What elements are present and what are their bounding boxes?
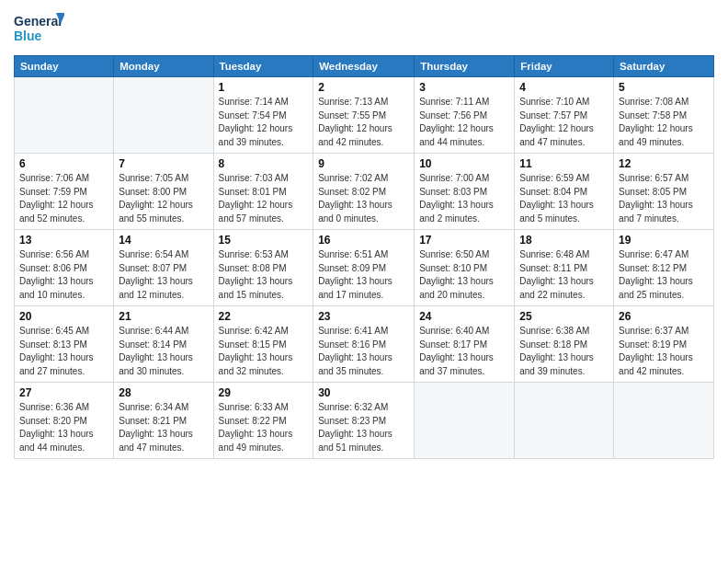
day-detail: Sunrise: 6:34 AM Sunset: 8:21 PM Dayligh… [119, 401, 208, 454]
day-detail: Sunrise: 7:00 AM Sunset: 8:03 PM Dayligh… [419, 172, 509, 225]
day-detail: Sunrise: 6:32 AM Sunset: 8:23 PM Dayligh… [318, 401, 409, 454]
day-detail: Sunrise: 6:33 AM Sunset: 8:22 PM Dayligh… [219, 401, 309, 454]
day-detail: Sunrise: 6:53 AM Sunset: 8:08 PM Dayligh… [219, 248, 309, 302]
week-row-4: 20Sunrise: 6:45 AM Sunset: 8:13 PM Dayli… [15, 306, 714, 383]
day-cell: 6Sunrise: 7:06 AM Sunset: 7:59 PM Daylig… [15, 154, 114, 230]
day-detail: Sunrise: 6:54 AM Sunset: 8:07 PM Dayligh… [119, 248, 208, 302]
day-cell: 16Sunrise: 6:51 AM Sunset: 8:09 PM Dayli… [313, 230, 415, 306]
day-cell: 25Sunrise: 6:38 AM Sunset: 8:18 PM Dayli… [515, 306, 614, 383]
day-detail: Sunrise: 7:11 AM Sunset: 7:56 PM Dayligh… [419, 96, 509, 149]
svg-text:General: General [14, 14, 62, 29]
day-cell: 24Sunrise: 6:40 AM Sunset: 8:17 PM Dayli… [415, 306, 515, 383]
day-number: 7 [119, 157, 208, 170]
week-row-5: 27Sunrise: 6:36 AM Sunset: 8:20 PM Dayli… [15, 383, 714, 459]
day-detail: Sunrise: 6:40 AM Sunset: 8:17 PM Dayligh… [419, 325, 509, 378]
day-cell: 13Sunrise: 6:56 AM Sunset: 8:06 PM Dayli… [15, 230, 114, 306]
day-cell: 14Sunrise: 6:54 AM Sunset: 8:07 PM Dayli… [114, 230, 213, 306]
day-detail: Sunrise: 7:05 AM Sunset: 8:00 PM Dayligh… [119, 172, 208, 225]
day-cell: 12Sunrise: 6:57 AM Sunset: 8:05 PM Dayli… [614, 154, 714, 230]
day-detail: Sunrise: 7:10 AM Sunset: 7:57 PM Dayligh… [519, 96, 609, 149]
day-detail: Sunrise: 6:42 AM Sunset: 8:15 PM Dayligh… [219, 325, 309, 378]
day-number: 22 [219, 310, 309, 323]
day-cell: 19Sunrise: 6:47 AM Sunset: 8:12 PM Dayli… [614, 230, 714, 306]
day-number: 5 [619, 81, 709, 94]
day-number: 26 [619, 310, 709, 323]
day-number: 2 [318, 81, 409, 94]
day-number: 24 [419, 310, 509, 323]
week-row-2: 6Sunrise: 7:06 AM Sunset: 7:59 PM Daylig… [15, 154, 714, 230]
day-cell: 23Sunrise: 6:41 AM Sunset: 8:16 PM Dayli… [313, 306, 415, 383]
day-number: 11 [519, 157, 609, 170]
day-number: 12 [619, 157, 709, 170]
day-number: 16 [318, 234, 409, 247]
day-number: 1 [219, 81, 309, 94]
day-cell: 21Sunrise: 6:44 AM Sunset: 8:14 PM Dayli… [114, 306, 213, 383]
day-cell: 26Sunrise: 6:37 AM Sunset: 8:19 PM Dayli… [614, 306, 714, 383]
day-cell: 2Sunrise: 7:13 AM Sunset: 7:55 PM Daylig… [313, 77, 415, 154]
day-detail: Sunrise: 7:08 AM Sunset: 7:58 PM Dayligh… [619, 96, 709, 149]
col-header-thursday: Thursday [415, 56, 515, 77]
day-detail: Sunrise: 6:36 AM Sunset: 8:20 PM Dayligh… [19, 401, 108, 454]
day-cell: 30Sunrise: 6:32 AM Sunset: 8:23 PM Dayli… [313, 383, 415, 459]
day-cell: 3Sunrise: 7:11 AM Sunset: 7:56 PM Daylig… [415, 77, 515, 154]
col-header-monday: Monday [114, 56, 213, 77]
day-cell [515, 383, 614, 459]
col-header-tuesday: Tuesday [213, 56, 313, 77]
day-cell: 8Sunrise: 7:03 AM Sunset: 8:01 PM Daylig… [213, 154, 313, 230]
day-detail: Sunrise: 7:06 AM Sunset: 7:59 PM Dayligh… [19, 172, 108, 225]
day-number: 6 [19, 157, 108, 170]
svg-text:Blue: Blue [14, 29, 42, 43]
day-detail: Sunrise: 6:45 AM Sunset: 8:13 PM Dayligh… [19, 325, 108, 378]
day-cell: 11Sunrise: 6:59 AM Sunset: 8:04 PM Dayli… [515, 154, 614, 230]
day-number: 20 [19, 310, 108, 323]
day-number: 25 [519, 310, 609, 323]
day-cell [614, 383, 714, 459]
day-detail: Sunrise: 6:37 AM Sunset: 8:19 PM Dayligh… [619, 325, 709, 378]
logo-svg: General Blue [14, 9, 64, 48]
day-detail: Sunrise: 6:47 AM Sunset: 8:12 PM Dayligh… [619, 248, 709, 302]
day-detail: Sunrise: 7:02 AM Sunset: 8:02 PM Dayligh… [318, 172, 409, 225]
day-number: 3 [419, 81, 509, 94]
day-number: 4 [519, 81, 609, 94]
day-detail: Sunrise: 6:38 AM Sunset: 8:18 PM Dayligh… [519, 325, 609, 378]
day-cell [15, 77, 114, 154]
day-cell [415, 383, 515, 459]
day-detail: Sunrise: 7:03 AM Sunset: 8:01 PM Dayligh… [219, 172, 309, 225]
logo: General Blue [14, 9, 64, 48]
day-number: 10 [419, 157, 509, 170]
day-cell: 27Sunrise: 6:36 AM Sunset: 8:20 PM Dayli… [15, 383, 114, 459]
day-detail: Sunrise: 6:51 AM Sunset: 8:09 PM Dayligh… [318, 248, 409, 302]
day-detail: Sunrise: 6:41 AM Sunset: 8:16 PM Dayligh… [318, 325, 409, 378]
day-detail: Sunrise: 7:14 AM Sunset: 7:54 PM Dayligh… [219, 96, 309, 149]
col-header-wednesday: Wednesday [313, 56, 415, 77]
day-number: 17 [419, 234, 509, 247]
day-detail: Sunrise: 6:44 AM Sunset: 8:14 PM Dayligh… [119, 325, 208, 378]
col-header-saturday: Saturday [614, 56, 714, 77]
week-row-3: 13Sunrise: 6:56 AM Sunset: 8:06 PM Dayli… [15, 230, 714, 306]
day-cell: 20Sunrise: 6:45 AM Sunset: 8:13 PM Dayli… [15, 306, 114, 383]
header-row: SundayMondayTuesdayWednesdayThursdayFrid… [15, 56, 714, 77]
day-detail: Sunrise: 6:48 AM Sunset: 8:11 PM Dayligh… [519, 248, 609, 302]
week-row-1: 1Sunrise: 7:14 AM Sunset: 7:54 PM Daylig… [15, 77, 714, 154]
day-detail: Sunrise: 7:13 AM Sunset: 7:55 PM Dayligh… [318, 96, 409, 149]
col-header-friday: Friday [515, 56, 614, 77]
col-header-sunday: Sunday [15, 56, 114, 77]
day-number: 15 [219, 234, 309, 247]
day-number: 19 [619, 234, 709, 247]
day-number: 9 [318, 157, 409, 170]
day-cell: 4Sunrise: 7:10 AM Sunset: 7:57 PM Daylig… [515, 77, 614, 154]
day-number: 21 [119, 310, 208, 323]
day-number: 27 [19, 386, 108, 399]
day-cell: 10Sunrise: 7:00 AM Sunset: 8:03 PM Dayli… [415, 154, 515, 230]
day-cell: 18Sunrise: 6:48 AM Sunset: 8:11 PM Dayli… [515, 230, 614, 306]
day-number: 8 [219, 157, 309, 170]
day-number: 30 [318, 386, 409, 399]
day-cell: 5Sunrise: 7:08 AM Sunset: 7:58 PM Daylig… [614, 77, 714, 154]
day-number: 18 [519, 234, 609, 247]
day-cell: 7Sunrise: 7:05 AM Sunset: 8:00 PM Daylig… [114, 154, 213, 230]
day-cell: 28Sunrise: 6:34 AM Sunset: 8:21 PM Dayli… [114, 383, 213, 459]
day-cell [114, 77, 213, 154]
day-number: 13 [19, 234, 108, 247]
day-cell: 15Sunrise: 6:53 AM Sunset: 8:08 PM Dayli… [213, 230, 313, 306]
day-detail: Sunrise: 6:57 AM Sunset: 8:05 PM Dayligh… [619, 172, 709, 225]
